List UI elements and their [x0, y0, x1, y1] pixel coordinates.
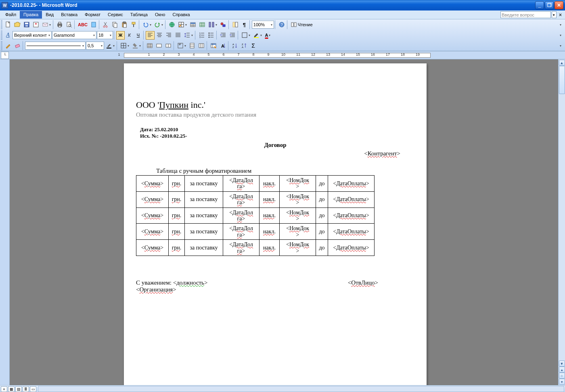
- tables-borders-icon[interactable]: [177, 21, 188, 29]
- maximize-button[interactable]: ❐: [545, 1, 554, 9]
- highlight-icon[interactable]: [252, 31, 263, 40]
- show-hide-icon[interactable]: ¶: [240, 21, 249, 29]
- document-area[interactable]: ООО 'Пупкин inc.' Оптовая поставка проду…: [10, 59, 558, 385]
- undo-icon[interactable]: [141, 21, 153, 29]
- insert-table-icon[interactable]: [188, 21, 197, 29]
- bullets-icon[interactable]: [207, 31, 216, 40]
- menu-help[interactable]: Справка: [169, 11, 193, 19]
- bold-button[interactable]: Ж: [116, 31, 125, 40]
- align-right-icon[interactable]: [164, 31, 173, 40]
- horizontal-ruler[interactable]: 112345678910111213141516171819: [124, 52, 565, 59]
- help-search-input[interactable]: [500, 11, 551, 18]
- word-help-icon[interactable]: ?: [277, 21, 286, 29]
- normal-view-icon[interactable]: ≡: [1, 386, 7, 392]
- font-size-combo[interactable]: 18: [97, 31, 113, 39]
- outline-view-icon[interactable]: ≣: [23, 386, 29, 392]
- vertical-ruler[interactable]: [0, 59, 10, 385]
- copy-icon[interactable]: [111, 21, 119, 29]
- open-icon[interactable]: [13, 21, 22, 29]
- spell-check-icon[interactable]: ABC: [77, 21, 89, 29]
- split-cells-icon[interactable]: [164, 42, 173, 50]
- scroll-up-icon[interactable]: ▲: [559, 60, 565, 66]
- menu-file[interactable]: Файл: [2, 11, 20, 19]
- align-cell-icon[interactable]: [176, 42, 187, 50]
- menu-table[interactable]: Таблица: [127, 11, 151, 19]
- autosum-icon[interactable]: Σ: [249, 42, 257, 50]
- print-icon[interactable]: [55, 21, 64, 29]
- merge-cells-icon[interactable]: [155, 42, 163, 50]
- tab-selector[interactable]: └: [1, 52, 9, 59]
- scroll-down-icon[interactable]: ▼: [559, 361, 565, 367]
- toolbar-grip[interactable]: [1, 20, 2, 29]
- font-color-icon[interactable]: A: [264, 31, 272, 40]
- borders-icon[interactable]: [119, 42, 130, 50]
- redo-icon[interactable]: [153, 21, 164, 29]
- reading-layout-icon[interactable]: ▭: [30, 386, 36, 392]
- web-view-icon[interactable]: ▦: [8, 386, 15, 392]
- prev-page-icon[interactable]: ▴: [559, 367, 565, 373]
- mail-icon[interactable]: [41, 21, 52, 29]
- scroll-thumb[interactable]: [559, 66, 565, 94]
- border-color-icon[interactable]: [105, 42, 116, 50]
- toolbar-options-icon[interactable]: [556, 31, 564, 40]
- table-autoformat-icon[interactable]: [209, 42, 218, 50]
- align-justify-icon[interactable]: [174, 31, 182, 40]
- toolbar-options-icon[interactable]: [556, 42, 564, 50]
- sort-desc-icon[interactable]: ZA: [240, 42, 249, 50]
- research-icon[interactable]: [89, 21, 98, 29]
- new-doc-icon[interactable]: [4, 21, 13, 29]
- menu-view[interactable]: Вид: [42, 11, 57, 19]
- increase-indent-icon[interactable]: [228, 31, 237, 40]
- line-spacing-icon[interactable]: [183, 31, 194, 40]
- toolbar-grip[interactable]: [1, 31, 2, 40]
- doc-map-icon[interactable]: [231, 21, 240, 29]
- close-button[interactable]: ✕: [555, 1, 563, 9]
- paste-icon[interactable]: [120, 21, 129, 29]
- numbering-icon[interactable]: 123: [197, 31, 206, 40]
- menu-edit[interactable]: Правка: [20, 11, 42, 19]
- styles-pane-icon[interactable]: A: [4, 31, 12, 40]
- menu-format[interactable]: Формат: [81, 11, 104, 19]
- sort-asc-icon[interactable]: AZ: [230, 42, 239, 50]
- distribute-rows-icon[interactable]: [188, 42, 197, 50]
- vertical-scrollbar[interactable]: ▲ ▼ ▴ ○ ▾: [558, 59, 565, 385]
- print-layout-icon[interactable]: ▤: [15, 386, 22, 392]
- underline-button[interactable]: Ч: [134, 31, 142, 40]
- eraser-icon[interactable]: [13, 42, 22, 50]
- insert-table-btn-icon[interactable]: [145, 42, 154, 50]
- shading-color-icon[interactable]: [131, 42, 142, 50]
- minimize-button[interactable]: _: [535, 1, 544, 9]
- menu-tools[interactable]: Сервис: [104, 11, 127, 19]
- columns-icon[interactable]: [207, 21, 218, 29]
- save-icon[interactable]: [22, 21, 31, 29]
- toolbar-grip[interactable]: [1, 41, 2, 50]
- menu-window[interactable]: Окно: [151, 11, 169, 19]
- align-left-icon[interactable]: [146, 31, 155, 40]
- hyperlink-icon[interactable]: [167, 21, 176, 29]
- line-weight-combo[interactable]: 0,5: [86, 42, 104, 50]
- zoom-combo[interactable]: 100%: [252, 21, 274, 29]
- next-page-icon[interactable]: ▾: [559, 379, 565, 385]
- menu-insert[interactable]: Вставка: [57, 11, 81, 19]
- italic-button[interactable]: К: [125, 31, 134, 40]
- font-combo[interactable]: Garamond: [52, 31, 96, 39]
- outside-border-icon[interactable]: [240, 31, 251, 40]
- cut-icon[interactable]: [101, 21, 110, 29]
- help-search-dropdown[interactable]: ▾: [552, 11, 557, 18]
- browse-object-icon[interactable]: ○: [559, 373, 565, 379]
- style-combo[interactable]: Верхний колонт: [13, 31, 52, 39]
- permissions-icon[interactable]: [31, 21, 40, 29]
- decrease-indent-icon[interactable]: [219, 31, 228, 40]
- close-doc-button[interactable]: ×: [559, 12, 562, 18]
- text-direction-icon[interactable]: A: [218, 42, 227, 50]
- drawing-icon[interactable]: [219, 21, 228, 29]
- page[interactable]: ООО 'Пупкин inc.' Оптовая поставка проду…: [124, 63, 427, 385]
- toolbar-options-icon[interactable]: [556, 21, 564, 29]
- line-style-combo[interactable]: [25, 42, 86, 50]
- read-mode-icon[interactable]: Чтение: [289, 21, 314, 29]
- align-center-icon[interactable]: [155, 31, 164, 40]
- horizontal-scrollbar[interactable]: [38, 386, 564, 392]
- draw-table-icon[interactable]: [4, 42, 13, 50]
- distribute-cols-icon[interactable]: [197, 42, 206, 50]
- excel-icon[interactable]: [198, 21, 207, 29]
